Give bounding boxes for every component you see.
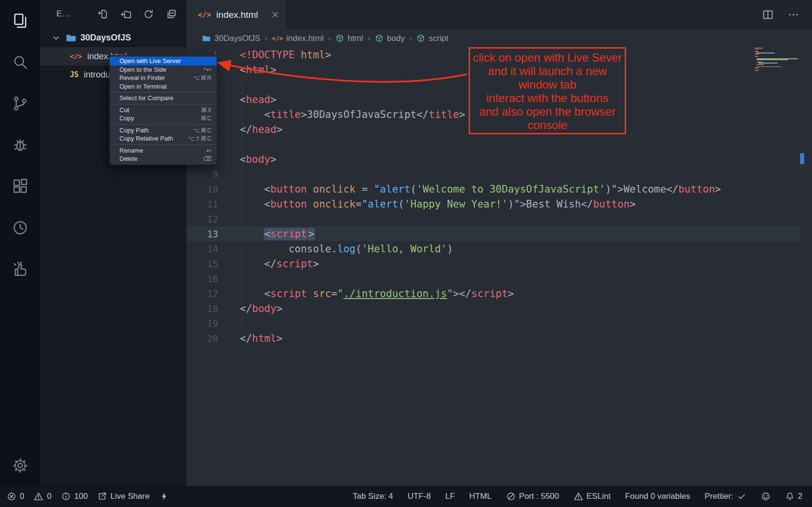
breadcrumb-index.html[interactable]: </>index.html <box>272 34 324 43</box>
status-left: 00100Live Share <box>7 492 169 501</box>
menu-shortcut: ⌥⇧⌘C <box>188 135 212 142</box>
status-language[interactable]: HTML <box>469 492 491 501</box>
liveshare-icon <box>97 492 107 501</box>
status-flash[interactable] <box>159 492 169 501</box>
menu-shortcut: ⌥⌘C <box>193 127 212 134</box>
menu-item-copy-relative-path[interactable]: Copy Relative Path⌥⇧⌘C <box>110 134 217 143</box>
cube-icon <box>335 34 344 43</box>
menu-item-reveal-in-finder[interactable]: Reveal in Finder⌥⌘R <box>110 74 217 82</box>
code-line-17: 17 <script src="./introduction.js"></scr… <box>186 286 800 301</box>
chevron-down-icon <box>51 32 62 43</box>
js-file-icon: JS <box>70 70 79 79</box>
activitybar-history[interactable] <box>0 207 40 248</box>
line-number: 10 <box>186 184 218 195</box>
menu-item-open-to-the-side[interactable]: Open to the Side^↩ <box>110 65 217 74</box>
cube-icon <box>416 34 425 43</box>
new-folder-icon[interactable] <box>120 9 131 20</box>
menu-item-select-for-compare[interactable]: Select for Compare <box>110 94 217 103</box>
breadcrumb-label: html <box>348 34 363 43</box>
activitybar-settings[interactable] <box>0 445 40 486</box>
tab-index-html[interactable]: </> index.html <box>186 0 287 29</box>
new-file-icon[interactable] <box>98 9 109 20</box>
menu-item-copy-path[interactable]: Copy Path⌥⌘C <box>110 126 217 135</box>
status-eslint[interactable]: ESLint <box>574 492 611 501</box>
status-warnings[interactable]: 0 <box>34 492 51 501</box>
activitybar-run-debug[interactable] <box>0 124 40 166</box>
more-actions-icon[interactable] <box>787 9 799 21</box>
code-line-7: 7 <box>186 137 800 152</box>
activity-bar <box>0 0 40 486</box>
status-eol[interactable]: LF <box>445 492 455 501</box>
status-encoding-label: UTF-8 <box>407 492 431 501</box>
breadcrumb-label: script <box>429 34 448 43</box>
port-icon <box>506 492 516 501</box>
folder-row-30daysofjs[interactable]: 30DaysOfJS <box>40 28 186 47</box>
breadcrumb-body[interactable]: body <box>375 34 405 43</box>
breadcrumb-30DaysOfJS[interactable]: 30DaysOfJS <box>202 34 260 43</box>
menu-separator <box>110 92 216 92</box>
files-icon <box>12 12 29 29</box>
status-notifications[interactable]: 2 <box>785 492 802 501</box>
status-eol-label: LF <box>445 492 455 501</box>
code-line-9: 9 <box>186 167 800 182</box>
line-number: 12 <box>186 214 218 224</box>
status-tab-size[interactable]: Tab Size: 4 <box>353 492 393 501</box>
source-control-icon <box>12 95 29 112</box>
status-port[interactable]: Port : 5500 <box>506 492 559 501</box>
annotation-line: click on open with Live Sever <box>470 51 625 65</box>
annotation-line: and it will launch a new <box>470 65 625 78</box>
status-right: Tab Size: 4UTF-8LFHTMLPort : 5500ESLintF… <box>353 492 802 501</box>
activitybar-extensions[interactable] <box>0 166 40 207</box>
status-language-label: HTML <box>469 492 491 501</box>
code-line-13: 13 <script> <box>186 226 800 241</box>
activitybar-source-control[interactable] <box>0 83 40 124</box>
bell-icon <box>785 492 795 501</box>
line-number: 9 <box>186 169 218 180</box>
settings-gear-icon <box>12 457 29 474</box>
status-live-share-label: Live Share <box>110 492 149 501</box>
annotation-line: interact with the buttons <box>470 91 625 105</box>
activitybar-feedback[interactable] <box>0 248 40 290</box>
menu-item-copy[interactable]: Copy⌘C <box>110 114 217 123</box>
status-errors[interactable]: 0 <box>7 492 24 501</box>
tab-bar: </> index.html <box>186 0 812 29</box>
menu-item-delete[interactable]: Delete⌫ <box>110 155 217 163</box>
code-icon: </> <box>272 35 283 42</box>
status-variables[interactable]: Found 0 variables <box>625 492 690 501</box>
menu-item-cut[interactable]: Cut⌘X <box>110 106 217 115</box>
breadcrumb-script[interactable]: script <box>416 34 448 43</box>
menu-item-rename[interactable]: Rename↩ <box>110 146 217 155</box>
status-errors-label: 0 <box>20 492 24 501</box>
menu-shortcut: ^↩ <box>203 66 212 73</box>
split-editor-icon[interactable] <box>762 9 774 21</box>
minimap[interactable] <box>755 48 799 71</box>
breadcrumb-html[interactable]: html <box>335 34 363 43</box>
close-tab-icon[interactable] <box>271 10 280 19</box>
context-menu: Open with Live ServerOpen to the Side^↩R… <box>109 55 217 165</box>
menu-shortcut: ⌘C <box>200 115 212 122</box>
annotation-line: window tab <box>470 78 625 91</box>
status-prettier[interactable]: Prettier: <box>705 492 747 501</box>
status-live-share[interactable]: Live Share <box>97 492 149 501</box>
activitybar-search[interactable] <box>0 41 40 83</box>
status-info[interactable]: 100 <box>61 492 88 501</box>
html-file-icon: </> <box>198 11 211 19</box>
menu-separator <box>110 124 216 125</box>
menu-item-open-in-terminal[interactable]: Open in Terminal <box>110 82 217 91</box>
status-port-label: Port : 5500 <box>519 492 559 501</box>
activitybar-explorer[interactable] <box>0 0 40 41</box>
status-feedback[interactable] <box>761 492 771 501</box>
status-tab-size-label: Tab Size: 4 <box>353 492 393 501</box>
collapse-all-icon[interactable] <box>166 9 177 20</box>
status-variables-label: Found 0 variables <box>625 492 690 501</box>
explorer-toolbar <box>98 9 177 20</box>
feedback-icon <box>12 260 29 278</box>
breadcrumb-label: 30DaysOfJS <box>214 34 260 43</box>
status-prettier-label: Prettier: <box>705 492 733 501</box>
refresh-icon[interactable] <box>143 9 154 20</box>
menu-item-open-with-live-server[interactable]: Open with Live Server <box>110 57 217 65</box>
annotation-line: and also open the browser <box>470 105 625 118</box>
status-encoding[interactable]: UTF-8 <box>407 492 431 501</box>
folder-icon <box>202 34 211 43</box>
cube-icon <box>375 34 384 43</box>
